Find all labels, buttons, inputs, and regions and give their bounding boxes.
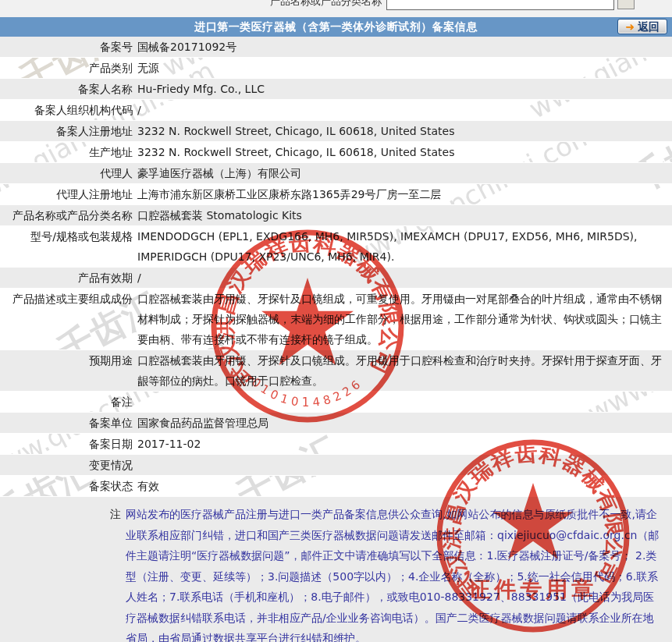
row-label: 备案人注册地址	[0, 121, 133, 141]
row-label: 代理人	[0, 163, 133, 183]
table-row: 代理人注册地址 上海市浦东新区康桥工业区康桥东路1365弄29号厂房一至二层	[0, 184, 672, 205]
table-row: 型号/规格或包装规格 IMENDODGCH (EPL1, EXDG166, MH…	[0, 226, 672, 268]
row-value: Hu-Friedy Mfg. Co., LLC	[133, 79, 672, 99]
table-row: 产品类别 无源	[0, 58, 672, 79]
table-row: 备案人组织机构代码 /	[0, 100, 672, 121]
row-value: 有效	[133, 476, 672, 496]
row-value: 国械备20171092号	[133, 37, 672, 57]
row-value: 国家食品药品监督管理总局	[133, 413, 672, 433]
row-label: 备案号	[0, 37, 133, 57]
row-value	[133, 455, 672, 475]
search-label: 产品名称或产品分类名称	[270, 0, 382, 9]
table-row: 备案单位 国家食品药品监督管理总局	[0, 413, 672, 434]
row-value: 豪孚迪医疗器械（上海）有限公司	[133, 163, 672, 183]
registration-table: 备案号 国械备20171092号 产品类别 无源 备案人名称 Hu-Friedy…	[0, 37, 672, 497]
search-strip: 产品名称或产品分类名称	[0, 0, 672, 17]
registration-info-page: 千齿汇 www.qianchihui.com www.qianchihui.co…	[0, 0, 672, 642]
row-label: 产品有效期	[0, 268, 133, 288]
back-arrow-icon: ➜	[625, 21, 635, 32]
row-value: IMENDODGCH (EPL1, EXDG166, MH6, MIR5DS),…	[133, 226, 672, 267]
search-input[interactable]	[386, 0, 614, 10]
row-value: 上海市浦东新区康桥工业区康桥东路1365弄29号厂房一至二层	[133, 184, 672, 204]
row-label: 变更情况	[0, 455, 133, 475]
table-row: 生产地址 3232 N. Rockwell Street, Chicago, I…	[0, 142, 672, 163]
row-value: 口腔器械套装由牙用镊、牙探针及口镜组成。牙用镊用于口腔科检查和治疗时夹持。牙探针…	[133, 350, 672, 391]
row-value: 无源	[133, 58, 672, 78]
search-button[interactable]	[617, 0, 635, 9]
row-value: 2017-11-02	[133, 434, 672, 454]
row-label: 产品名称或产品分类名称	[0, 205, 133, 225]
row-label: 备案单位	[0, 413, 133, 433]
table-row: 备案日期 2017-11-02	[0, 434, 672, 455]
row-label: 生产地址	[0, 142, 133, 162]
table-row: 预期用途 口腔器械套装由牙用镊、牙探针及口镜组成。牙用镊用于口腔科检查和治疗时夹…	[0, 350, 672, 392]
table-row: 产品有效期 /	[0, 268, 672, 289]
row-value: 口腔器械套装 Stomatologic Kits	[133, 205, 672, 225]
row-value: 3232 N. Rockwell Street, Chicago, IL 606…	[133, 121, 672, 141]
table-row: 备案状态 有效	[0, 476, 672, 497]
row-value: 3232 N. Rockwell Street, Chicago, IL 606…	[133, 142, 672, 162]
row-label: 备案日期	[0, 434, 133, 454]
back-button[interactable]: ➜ 返回	[617, 19, 667, 34]
row-value: /	[133, 268, 672, 288]
row-value	[133, 392, 672, 412]
row-label: 代理人注册地址	[0, 184, 133, 204]
note-section: 注 网站发布的医疗器械产品注册与进口一类产品备案信息供公众查询,如网站公布的信息…	[0, 497, 672, 642]
row-label: 备案人组织机构代码	[0, 100, 133, 120]
back-button-label: 返回	[638, 21, 660, 32]
note-label: 注	[0, 504, 121, 642]
note-text: 网站发布的医疗器械产品注册与进口一类产品备案信息供公众查询,如网站公布的信息与原…	[121, 504, 672, 642]
row-value: /	[133, 100, 672, 120]
row-label: 备注	[0, 392, 133, 412]
table-row: 变更情况	[0, 455, 672, 476]
row-value: 口腔器械套装由牙用镊、牙探针及口镜组成，可重复使用。牙用镊由一对尾部叠合的叶片组…	[133, 289, 672, 349]
row-label: 产品描述或主要组成成份	[0, 289, 133, 349]
row-label: 型号/规格或包装规格	[0, 226, 133, 267]
row-label: 备案状态	[0, 476, 133, 496]
table-row: 备案人名称 Hu-Friedy Mfg. Co., LLC	[0, 79, 672, 100]
page-title: 进口第一类医疗器械（含第一类体外诊断试剂）备案信息	[194, 20, 478, 34]
table-row: 备注	[0, 392, 672, 413]
table-row: 产品描述或主要组成成份 口腔器械套装由牙用镊、牙探针及口镜组成，可重复使用。牙用…	[0, 289, 672, 350]
table-row: 备案号 国械备20171092号	[0, 37, 672, 58]
row-label: 备案人名称	[0, 79, 133, 99]
table-row: 产品名称或产品分类名称 口腔器械套装 Stomatologic Kits	[0, 205, 672, 226]
table-row: 备案人注册地址 3232 N. Rockwell Street, Chicago…	[0, 121, 672, 142]
row-label: 产品类别	[0, 58, 133, 78]
table-row: 代理人 豪孚迪医疗器械（上海）有限公司	[0, 163, 672, 184]
title-bar: 进口第一类医疗器械（含第一类体外诊断试剂）备案信息 ➜ 返回	[0, 17, 672, 37]
row-label: 预期用途	[0, 350, 133, 391]
